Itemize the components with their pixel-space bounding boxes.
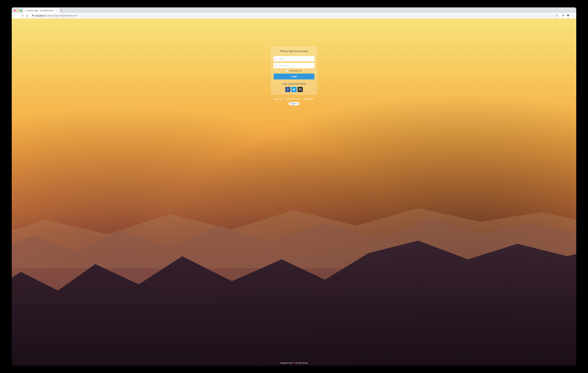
login-button[interactable]: Login — [274, 74, 314, 80]
footer-suffix: by Aldi Duzha — [295, 362, 308, 364]
home-button[interactable] — [26, 14, 28, 17]
toolbar-right — [562, 14, 575, 17]
signup-link[interactable]: Sign Up — [274, 98, 281, 100]
social-login-label: Login using Social Media — [274, 82, 314, 85]
svg-point-6 — [573, 16, 573, 17]
chevron-down-icon: ▾ — [297, 103, 298, 104]
envelope-icon — [274, 56, 278, 61]
close-tab-button[interactable]: × — [56, 10, 58, 12]
svg-rect-7 — [275, 65, 277, 66]
extensions-button[interactable] — [562, 14, 565, 17]
password-field-wrapper — [274, 63, 314, 68]
remember-me: Remember me — [274, 70, 314, 72]
email-input[interactable] — [274, 56, 314, 61]
lock-icon — [32, 14, 34, 17]
lock-icon — [274, 63, 278, 68]
forward-button[interactable] — [17, 14, 20, 17]
menu-button[interactable] — [572, 14, 574, 17]
language-selected: English — [290, 103, 296, 105]
window-maximize-button[interactable] — [20, 10, 22, 11]
url-path: /bulma-login-template/index.html — [48, 14, 77, 17]
login-title: Please login to proceed. — [274, 50, 314, 53]
need-help-link[interactable]: Need Help? — [304, 98, 314, 100]
reload-button[interactable] — [22, 14, 24, 17]
language-select[interactable]: English ▾ — [289, 102, 299, 105]
social-buttons — [274, 87, 314, 92]
page-viewport: Please login to proceed. — [12, 19, 576, 365]
window-close-button[interactable] — [14, 10, 16, 11]
svg-point-3 — [568, 15, 568, 15]
svg-rect-0 — [32, 15, 34, 16]
tab-title: Bulma Login - Free Bulma Tem… — [28, 10, 55, 12]
separator-dot: · — [283, 98, 283, 100]
check-icon — [310, 56, 314, 61]
toolbar: aldi.github.io/bulma-login-template/inde… — [12, 13, 576, 19]
profile-button[interactable] — [567, 14, 569, 17]
separator-dot: · — [301, 98, 302, 100]
svg-point-5 — [573, 15, 573, 16]
password-input[interactable] — [274, 63, 314, 68]
window-controls — [13, 10, 23, 13]
browser-tab[interactable]: Bulma Login - Free Bulma Tem… × — [23, 8, 59, 13]
login-card: Please login to proceed. — [271, 46, 317, 95]
bookmark-button[interactable] — [556, 14, 558, 17]
remember-checkbox[interactable] — [286, 70, 288, 72]
secondary-links: Sign Up · Forgot Password · Need Help? — [274, 98, 314, 100]
footer: Designed with ❤ by Aldi Duzha — [12, 362, 576, 364]
page-content: Please login to proceed. — [12, 19, 576, 365]
url-host: aldi.github.io — [35, 14, 46, 17]
window-minimize-button[interactable] — [17, 10, 19, 11]
svg-point-4 — [573, 14, 573, 15]
footer-prefix: Designed with — [280, 362, 293, 364]
address-bar[interactable]: aldi.github.io/bulma-login-template/inde… — [30, 14, 560, 18]
browser-window: Bulma Login - Free Bulma Tem… × + aldi.g… — [12, 7, 576, 365]
new-tab-button[interactable]: + — [59, 9, 64, 13]
facebook-login-button[interactable] — [285, 87, 290, 92]
tab-bar: Bulma Login - Free Bulma Tem… × + — [12, 7, 576, 13]
svg-marker-1 — [556, 14, 558, 17]
globe-icon — [25, 10, 27, 12]
forgot-password-link[interactable]: Forgot Password — [285, 98, 300, 100]
twitter-login-button[interactable] — [291, 87, 297, 92]
heart-icon: ❤ — [293, 362, 295, 364]
back-button[interactable] — [13, 14, 15, 17]
email-field-wrapper — [274, 56, 314, 61]
github-login-button[interactable] — [298, 87, 303, 92]
remember-label: Remember me — [289, 70, 302, 72]
